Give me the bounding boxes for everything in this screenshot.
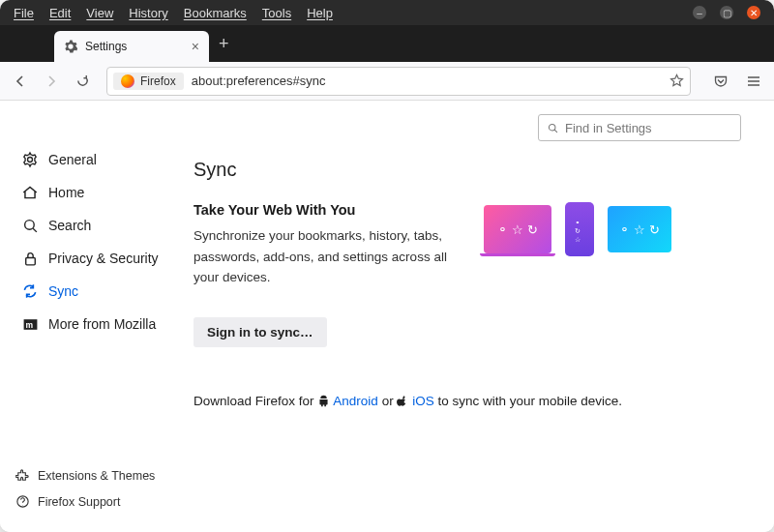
forward-button[interactable] <box>39 69 64 94</box>
lock-icon <box>21 250 39 267</box>
phone-icon: ⚬↻☆ <box>565 202 594 256</box>
svg-text:⚬: ⚬ <box>575 219 580 225</box>
hero-description: Synchronize your bookmarks, history, tab… <box>194 225 464 288</box>
svg-text:m: m <box>25 319 33 329</box>
reload-button[interactable] <box>70 69 95 94</box>
sidebar-link-support[interactable]: Firefox Support <box>15 490 155 513</box>
apple-icon <box>397 395 408 407</box>
main-panel: Find in Settings Sync Take Your Web With… <box>194 101 774 532</box>
settings-sidebar: General Home Search Privacy & Security S… <box>0 101 194 532</box>
menu-bookmarks[interactable]: Bookmarks <box>176 4 254 22</box>
svg-rect-1 <box>25 257 35 264</box>
close-icon[interactable]: × <box>192 39 199 54</box>
tab-settings[interactable]: Settings × <box>54 31 209 62</box>
sidebar-item-general[interactable]: General <box>15 143 194 176</box>
window-maximize-button[interactable]: ▢ <box>720 6 733 19</box>
gear-icon <box>64 40 77 53</box>
site-identity[interactable]: Firefox <box>113 73 184 90</box>
url-bar[interactable]: Firefox about:preferences#sync <box>106 67 691 96</box>
sign-in-button[interactable]: Sign in to sync… <box>194 317 327 347</box>
home-icon <box>21 184 39 201</box>
tab-title: Settings <box>85 40 127 53</box>
bookmark-star-icon[interactable] <box>670 74 684 88</box>
gear-icon <box>21 151 39 168</box>
mozilla-icon: m <box>21 315 39 333</box>
menu-help[interactable]: Help <box>299 4 341 22</box>
sidebar-item-more-mozilla[interactable]: m More from Mozilla <box>15 308 194 340</box>
menubar: File Edit View History Bookmarks Tools H… <box>0 0 774 25</box>
tablet-icon: ⚬ ☆ ↻ <box>608 206 671 252</box>
sidebar-link-extensions[interactable]: Extensions & Themes <box>15 464 155 487</box>
sidebar-item-search[interactable]: Search <box>15 209 194 242</box>
window-close-button[interactable]: ✕ <box>747 6 760 19</box>
android-link[interactable]: Android <box>333 394 378 408</box>
laptop-icon: ⚬ ☆ ↻ <box>484 205 551 253</box>
sidebar-item-privacy[interactable]: Privacy & Security <box>15 242 194 275</box>
ios-link[interactable]: iOS <box>412 394 434 408</box>
sidebar-item-sync[interactable]: Sync <box>15 275 194 308</box>
puzzle-icon <box>15 468 30 483</box>
pocket-icon[interactable] <box>708 69 733 94</box>
svg-text:☆: ☆ <box>575 236 580 243</box>
sync-icon <box>21 282 39 300</box>
settings-search-input[interactable]: Find in Settings <box>538 114 741 141</box>
toolbar: Firefox about:preferences#sync <box>0 62 774 101</box>
svg-text:↻: ↻ <box>575 227 580 234</box>
svg-point-0 <box>24 220 34 229</box>
android-icon <box>317 395 330 407</box>
download-line: Download Firefox for Android or iOS to s… <box>194 394 741 408</box>
menu-tools[interactable]: Tools <box>254 4 299 22</box>
url-text[interactable]: about:preferences#sync <box>192 74 670 88</box>
svg-point-5 <box>549 124 555 131</box>
section-title: Sync <box>194 159 741 181</box>
question-icon <box>15 494 30 509</box>
menu-file[interactable]: File <box>6 4 42 22</box>
menu-view[interactable]: View <box>78 4 121 22</box>
back-button[interactable] <box>8 69 33 94</box>
app-menu-button[interactable] <box>741 69 766 94</box>
menu-history[interactable]: History <box>121 4 175 22</box>
new-tab-button[interactable]: + <box>219 34 229 54</box>
hero-heading: Take Your Web With You <box>194 202 464 218</box>
window-minimize-button[interactable]: – <box>693 6 706 19</box>
tab-strip: Settings × + <box>0 25 774 62</box>
search-icon <box>547 122 559 134</box>
search-icon <box>21 217 39 234</box>
sidebar-item-home[interactable]: Home <box>15 176 194 209</box>
devices-illustration: ⚬ ☆ ↻ ⚬↻☆ ⚬ ☆ ↻ <box>484 202 671 256</box>
firefox-icon <box>121 74 134 88</box>
menu-edit[interactable]: Edit <box>42 4 78 22</box>
